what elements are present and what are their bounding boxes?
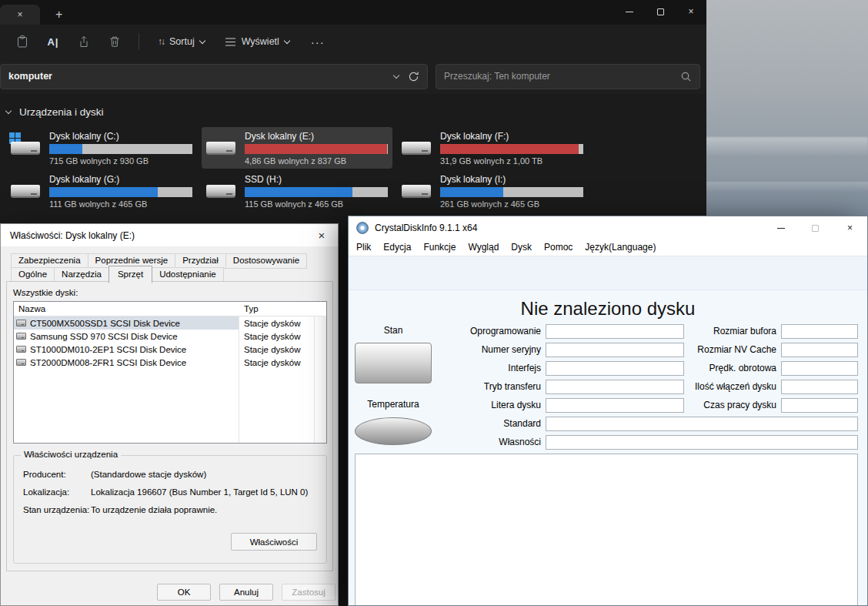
apply-button[interactable]: Zastosuj: [282, 584, 336, 601]
drive-tile-g[interactable]: Dysk lokalny (G:) 111 GB wolnych z 465 G…: [6, 170, 197, 212]
drive-usage-bar: [49, 187, 192, 197]
minimize-icon: [777, 228, 785, 229]
device-name: CT500MX500SSD1 SCSI Disk Device: [30, 319, 180, 328]
tab-przydzial[interactable]: Przydział: [175, 253, 226, 269]
field-label: Litera dysku: [379, 398, 541, 413]
refresh-icon[interactable]: [408, 71, 419, 82]
input-wlasnosci[interactable]: [546, 435, 858, 450]
close-button[interactable]: ×: [833, 216, 867, 239]
menu-funkcje[interactable]: Funkcje: [417, 239, 462, 256]
menu-plik[interactable]: Plik: [350, 239, 377, 256]
trash-icon: [108, 35, 122, 49]
device-type: Stacje dysków: [239, 345, 301, 354]
no-disk-message: Nie znaleziono dysku: [349, 298, 867, 320]
address-dropdown-icon[interactable]: [393, 72, 399, 78]
menu-dysk[interactable]: Dysk: [505, 239, 538, 256]
field-label: Ilość włączeń dysku: [679, 380, 776, 394]
menu-wyglad[interactable]: Wygląd: [462, 239, 505, 256]
column-header-nazwa[interactable]: Nazwa: [14, 302, 239, 316]
drive-tile-e[interactable]: Dysk lokalny (E:) 4,86 GB wolnych z 837 …: [202, 127, 392, 169]
maximize-icon: [657, 8, 664, 15]
search-box[interactable]: [436, 64, 700, 89]
window-controls: ×: [763, 216, 867, 239]
close-button[interactable]: ×: [676, 0, 706, 23]
tab-close-icon[interactable]: ×: [17, 10, 22, 19]
more-options-button[interactable]: ···: [302, 31, 334, 53]
rename-button[interactable]: A|: [40, 29, 66, 54]
cancel-button[interactable]: Anuluj: [219, 584, 273, 601]
device-row[interactable]: Samsung SSD 970 SCSI Disk Device Stacje …: [14, 330, 326, 343]
dialog-close-button[interactable]: ×: [305, 224, 338, 246]
cdi-title: CrystalDiskInfo 9.1.1 x64: [375, 223, 477, 233]
field-label: Interfejs: [379, 361, 541, 376]
delete-button[interactable]: [102, 29, 128, 54]
producer-label: Producent:: [23, 470, 91, 479]
cdi-toolbar-strip: [349, 256, 867, 290]
input-litera-dysku[interactable]: [546, 398, 684, 413]
tab-dostosowywanie[interactable]: Dostosowywanie: [225, 253, 307, 269]
minimize-button[interactable]: [614, 0, 645, 23]
share-button[interactable]: [71, 29, 97, 54]
ok-button[interactable]: OK: [157, 584, 211, 601]
sort-button[interactable]: ↑↓ Sortuj: [150, 32, 212, 52]
field-label: Standard: [379, 417, 541, 431]
new-tab-button[interactable]: +: [55, 8, 62, 21]
collapse-chevron-icon[interactable]: [5, 108, 12, 114]
minimize-button[interactable]: [763, 216, 798, 239]
drive-usage-bar: [245, 187, 388, 197]
drive-free-space: 4,86 GB wolnych z 837 GB: [245, 156, 388, 166]
drive-icon: [11, 177, 42, 205]
drive-name: Dysk lokalny (I:): [440, 174, 583, 186]
column-header-typ[interactable]: Typ: [239, 302, 259, 316]
input-predk-obrotowa[interactable]: [781, 361, 858, 376]
maximize-button[interactable]: [798, 216, 833, 239]
smart-attribute-list[interactable]: [355, 454, 858, 606]
window-controls: ×: [614, 0, 706, 23]
search-input[interactable]: [444, 71, 680, 82]
explorer-toolbar: A| ↑↓ Sortuj Wyświetl ···: [0, 25, 706, 59]
menu-jezyk[interactable]: Język(Language): [579, 239, 662, 256]
app-icon: [356, 222, 369, 234]
input-oprogramowanie[interactable]: [546, 324, 684, 339]
drive-tile-i[interactable]: Dysk lokalny (I:) 261 GB wolnych z 465 G…: [397, 170, 588, 212]
drive-tile-c[interactable]: Dysk lokalny (C:) 715 GB wolnych z 930 G…: [6, 127, 197, 169]
device-row[interactable]: ST2000DM008-2FR1 SCSI Disk Device Stacje…: [14, 356, 326, 369]
input-numer-seryjny[interactable]: [546, 343, 684, 357]
input-rozmiar-nv-cache[interactable]: [781, 343, 858, 357]
menu-edycja[interactable]: Edycja: [377, 239, 417, 256]
properties-button[interactable]: Właściwości: [231, 533, 317, 551]
devices-and-drives-header: Urządzenia i dyski: [6, 106, 104, 118]
maximize-button[interactable]: [645, 0, 676, 23]
input-rozmiar-bufora[interactable]: [781, 324, 858, 339]
explorer-tab[interactable]: ×: [0, 5, 40, 25]
view-button[interactable]: Wyświetl: [217, 32, 297, 52]
input-tryb-transferu[interactable]: [546, 380, 684, 394]
device-row[interactable]: CT500MX500SSD1 SCSI Disk Device Stacje d…: [14, 316, 326, 330]
search-icon: [680, 71, 692, 82]
drive-name: Dysk lokalny (G:): [49, 174, 192, 186]
view-label: Wyświetl: [242, 36, 279, 47]
drive-icon: [206, 134, 237, 162]
input-interfejs[interactable]: [546, 361, 684, 376]
field-label: Prędk. obrotowa: [679, 361, 776, 376]
field-label: Numer seryjny: [379, 343, 541, 357]
device-row[interactable]: ST1000DM010-2EP1 SCSI Disk Device Stacje…: [14, 343, 326, 356]
drive-name: SSD (H:): [245, 174, 388, 186]
menu-pomoc[interactable]: Pomoc: [538, 239, 579, 256]
input-standard[interactable]: [546, 417, 858, 431]
crystaldiskinfo-window: CrystalDiskInfo 9.1.1 x64 × Plik Edycja …: [348, 216, 868, 606]
tab-sprzet[interactable]: Sprzęt: [108, 266, 152, 283]
sort-arrows-icon: ↑↓: [158, 36, 164, 47]
drive-free-space: 115 GB wolnych z 465 GB: [245, 199, 388, 209]
paste-button[interactable]: [9, 29, 35, 54]
rename-icon: A|: [47, 36, 58, 48]
input-ilosc-wlaczen-dysku[interactable]: [781, 380, 858, 394]
tab-zabezpieczenia[interactable]: Zabezpieczenia: [11, 253, 88, 269]
drive-name: Dysk lokalny (F:): [440, 131, 583, 142]
address-bar[interactable]: komputer: [0, 64, 428, 89]
drive-tile-h[interactable]: SSD (H:) 115 GB wolnych z 465 GB: [202, 170, 392, 212]
drive-tile-f[interactable]: Dysk lokalny (F:) 31,9 GB wolnych z 1,00…: [397, 127, 588, 169]
field-label: Własności: [379, 435, 541, 450]
cdi-body: Nie znaleziono dysku Stan Temperatura Op…: [349, 256, 867, 606]
input-czas-pracy-dysku[interactable]: [781, 398, 858, 413]
